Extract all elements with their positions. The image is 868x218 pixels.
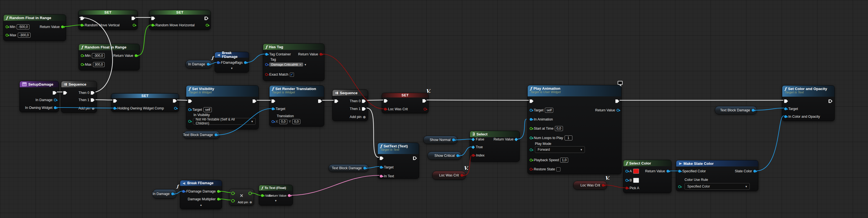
pin-out[interactable] bbox=[207, 63, 210, 66]
pin-return-value[interactable] bbox=[288, 194, 291, 197]
getter-text-block-damage-1[interactable]: Text Block Damage bbox=[183, 131, 220, 139]
exec-out-pin[interactable] bbox=[131, 16, 135, 20]
pin-tags[interactable] bbox=[244, 61, 247, 64]
exec-in-pin[interactable] bbox=[784, 100, 788, 103]
exec-in-pin[interactable] bbox=[380, 156, 383, 160]
pin-target[interactable] bbox=[188, 108, 191, 111]
wire-object[interactable] bbox=[247, 54, 265, 62]
pin-target[interactable] bbox=[530, 109, 532, 112]
pin-damage-multiplier[interactable] bbox=[217, 198, 220, 201]
getter-text-block-damage-2[interactable]: Text Block Damage bbox=[329, 164, 369, 172]
wire-object[interactable] bbox=[756, 116, 784, 171]
exec-out-pin[interactable] bbox=[615, 100, 619, 103]
max-input[interactable]: -300,0 bbox=[18, 33, 31, 38]
node-setup-damage-event[interactable]: SetupDamage In Damage In Owning Widget bbox=[20, 81, 59, 112]
pin-value[interactable] bbox=[261, 194, 264, 197]
max-input[interactable]: 300,0 bbox=[93, 62, 105, 67]
exec-then0-pin[interactable] bbox=[91, 91, 95, 95]
add-pin-button[interactable]: Add pin ⊕ bbox=[79, 106, 95, 111]
node-multiply[interactable]: × Add pin ⊕ bbox=[229, 189, 254, 206]
node-set-random-move-vertical[interactable]: SET Random Move Vertical bbox=[78, 10, 138, 30]
pin-target[interactable] bbox=[784, 107, 787, 110]
min-input[interactable]: -500,0 bbox=[17, 24, 29, 29]
exec-in-pin[interactable] bbox=[63, 91, 67, 95]
pin-return-value[interactable] bbox=[514, 138, 518, 141]
num-loops-input[interactable]: 1 bbox=[565, 136, 572, 140]
node-set-render-translation[interactable]: ƒ Set Render Translation Target is Widge… bbox=[269, 85, 324, 126]
close-icon[interactable]: × bbox=[300, 63, 301, 66]
blueprint-graph-canvas[interactable]: ƒ Random Float in Range Min -500,0 Retur… bbox=[0, 0, 868, 218]
pin-true[interactable] bbox=[471, 145, 475, 149]
wire-exec[interactable] bbox=[367, 100, 383, 100]
restore-state-checkbox[interactable] bbox=[556, 167, 560, 172]
exec-in-pin[interactable] bbox=[335, 100, 338, 103]
pin-out[interactable] bbox=[752, 109, 754, 112]
pin-min[interactable] bbox=[5, 26, 8, 28]
pin-tag[interactable] bbox=[265, 63, 268, 66]
getter-loc-was-crit-2[interactable]: V. Loc Was Crit bbox=[573, 181, 607, 190]
pin-in-damage-out[interactable] bbox=[54, 99, 57, 101]
pin-value-in[interactable] bbox=[81, 24, 83, 27]
add-pin-button[interactable]: Add pin ⊕ bbox=[238, 200, 252, 205]
exec-then0-pin[interactable] bbox=[362, 100, 366, 103]
chevron-down-icon[interactable]: ▾ bbox=[305, 63, 306, 67]
wire-exec[interactable] bbox=[367, 108, 379, 157]
exec-out-pin[interactable] bbox=[423, 99, 426, 103]
color-swatch-b[interactable] bbox=[633, 178, 639, 183]
pin-b[interactable] bbox=[625, 179, 628, 182]
node-select[interactable]: ∃ Select False Return Value True Index bbox=[470, 131, 520, 162]
pin-value-out[interactable] bbox=[133, 24, 135, 27]
pin-num-loops[interactable] bbox=[530, 137, 532, 139]
node-break-fdamage-1[interactable]: ⋖ Break FDamage FDamage Tags ▾ bbox=[215, 52, 249, 73]
visibility-dropdown[interactable]: Not Hit-Testable (Self & All Children) ▾ bbox=[193, 118, 256, 125]
min-input[interactable]: -300,0 bbox=[92, 53, 105, 58]
node-set-color-and-opacity[interactable]: ƒ Set Color and Opacity Target is Text T… bbox=[782, 85, 835, 121]
pin-return-value[interactable] bbox=[666, 170, 669, 173]
x-input[interactable]: 0,0 bbox=[279, 119, 287, 124]
node-sequence-1[interactable]: ⇉ Sequence Then 0 Then 1 Add pin ⊕ bbox=[61, 81, 97, 113]
node-select-color[interactable]: ƒ Select Color A Return Value B Pick A bbox=[623, 160, 672, 193]
getter-text-block-damage-3[interactable]: Text Block Damage bbox=[715, 106, 757, 114]
y-input[interactable]: 0,0 bbox=[292, 119, 300, 124]
pin-fdamage[interactable] bbox=[182, 190, 185, 193]
pin-value-in[interactable] bbox=[113, 107, 116, 110]
playback-speed-input[interactable]: 1,0 bbox=[560, 158, 568, 162]
pin-value-in[interactable] bbox=[151, 24, 154, 27]
exact-match-checkbox[interactable]: ✓ bbox=[290, 73, 294, 77]
exec-in-pin[interactable] bbox=[272, 100, 275, 103]
expand-chevron-icon[interactable]: ▾ bbox=[215, 67, 249, 70]
pin-max[interactable] bbox=[81, 63, 84, 66]
pin-slate-color[interactable] bbox=[753, 170, 756, 173]
node-set-visibility[interactable]: ƒ Set Visibility Target is Widget Target… bbox=[186, 85, 259, 130]
pin-out[interactable] bbox=[456, 154, 459, 157]
pin-exact-match[interactable] bbox=[265, 73, 268, 76]
pin-out[interactable] bbox=[602, 184, 604, 187]
exec-out-pin[interactable] bbox=[318, 100, 322, 103]
exec-out-pin[interactable] bbox=[253, 100, 256, 103]
pin-tag-container[interactable] bbox=[265, 53, 268, 56]
expand-chevron-icon[interactable]: ▾ bbox=[259, 199, 292, 203]
node-set-holding-owning-widget-comp[interactable]: SET Holding Owning Widget Comp bbox=[111, 93, 179, 112]
pin-max[interactable] bbox=[5, 34, 8, 37]
pin-fdamage[interactable] bbox=[217, 61, 220, 64]
pin-start-at-time[interactable] bbox=[530, 127, 532, 130]
exec-in-pin[interactable] bbox=[113, 99, 117, 103]
pin-min[interactable] bbox=[81, 54, 84, 57]
node-break-fdamage-2[interactable]: ⋖ Break FDamage FDamage Damage Damage Mu… bbox=[180, 180, 222, 209]
getter-in-damage-2[interactable]: In Damage ƒ bbox=[153, 189, 177, 198]
pin-specified-color[interactable] bbox=[678, 170, 681, 173]
pin-playback-speed[interactable] bbox=[530, 159, 532, 161]
getter-in-damage-1[interactable]: In Damage ƒ bbox=[185, 60, 212, 68]
pin-return-value[interactable] bbox=[617, 109, 619, 112]
pin-out[interactable] bbox=[452, 139, 455, 141]
wire-exec[interactable] bbox=[96, 100, 112, 100]
pin-restore-state[interactable] bbox=[530, 168, 532, 171]
pin-in-visibility[interactable] bbox=[188, 120, 191, 123]
node-random-float-in-range-2[interactable]: ƒ Random Float in Range Min -300,0 Retur… bbox=[79, 44, 140, 70]
pin-out[interactable] bbox=[363, 167, 366, 170]
pin-in-animation[interactable] bbox=[530, 118, 532, 121]
node-has-tag[interactable]: ƒ Has Tag Tag Container Return Value Tag… bbox=[263, 43, 324, 81]
pin-return-value[interactable] bbox=[135, 54, 137, 57]
node-play-animation[interactable]: ƒ Play Animation Target is User Widget T… bbox=[527, 85, 621, 174]
play-mode-dropdown[interactable]: Forward ▾ bbox=[535, 146, 585, 153]
